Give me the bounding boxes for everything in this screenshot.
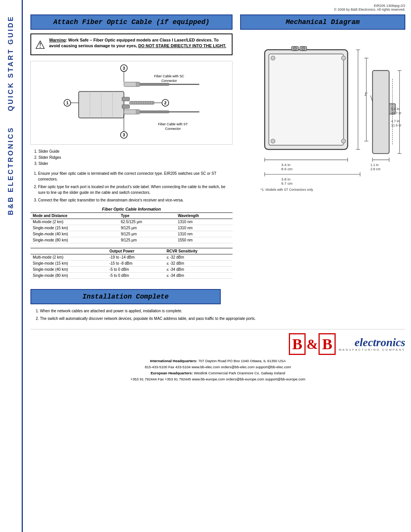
table-row: Multi-mode (2 km)-19 to -14 dBm≤ -32 dBm <box>30 254 233 260</box>
right-column: Mechanical Diagram <box>240 14 405 283</box>
section1-instructions: Ensure your fiber optic cable is termina… <box>30 171 233 203</box>
eu-hq-line: European Headquarters: Westlink Commerci… <box>30 370 405 376</box>
footer-contact: International Headquarters: 707 Dayton R… <box>30 358 405 383</box>
logo-electronics-text: electronics <box>339 337 405 348</box>
table-row: Multi-mode (2 km)62.5/125 µm1310 nm <box>30 219 233 225</box>
table-row: Single-mode (15 km)9/125 µm1310 nm <box>30 225 233 231</box>
svg-text:*1: Models with ST Connectors : *1: Models with ST Connectors only <box>260 188 313 192</box>
install-instructions: When the network cables are attached and… <box>30 308 405 321</box>
instruction-1: Ensure your fiber optic cable is termina… <box>38 171 233 182</box>
doc-id: EIR205 1308qsg-2/2 <box>374 4 405 8</box>
fiber-table1-title: Fiber Optic Cable Information <box>30 207 233 211</box>
fiber-table1: Fiber Optic Cable Information Mode and D… <box>30 207 233 243</box>
label-item-1: 1. Slider Guide <box>34 149 233 155</box>
section1-header: Attach Fiber Optic Cable (if equipped) <box>30 14 233 30</box>
svg-rect-45 <box>269 54 343 145</box>
intl-contact: 815-433-5100 Fax 433-5104 www.bb-elec.co… <box>30 364 405 370</box>
warning-title: Warning: Work Safe – Fiber Optic equippe… <box>49 38 226 48</box>
logo-manufacturing-text: MANUFACTURING COMPANY <box>339 348 405 351</box>
warning-box: ⚠ Warning: Work Safe – Fiber Optic equip… <box>30 34 233 55</box>
table-row: Single-mode (40 km)9/125 µm1310 nm <box>30 231 233 237</box>
svg-text:1: 1 <box>66 101 68 105</box>
install-instruction-1: When the network cables are attached and… <box>40 308 405 314</box>
footer-section: B & B electronics MANUFACTURING COMPANY … <box>30 329 405 383</box>
svg-point-53 <box>341 139 346 143</box>
warning-text: Warning: Work Safe – Fiber Optic equippe… <box>49 37 228 49</box>
logo-b2: B <box>319 333 336 355</box>
installation-section: Installation Complete When the network c… <box>30 289 405 321</box>
intl-hq: 707 Dayton Road PO Box 1040 Ottawa, IL 6… <box>198 359 286 363</box>
svg-text:11.9 cm: 11.9 cm <box>391 123 401 127</box>
svg-rect-35 <box>139 111 169 113</box>
label-item-2: 2. Slider Ridges <box>34 155 233 161</box>
instruction-2: Fiber optic type for each port is locate… <box>38 184 233 195</box>
fiber-table2-table: Output Power RCVR Sensitivity Multi-mode… <box>30 248 233 279</box>
fiber-diagram: 3 Fiber Cable with SC Connector <box>30 61 233 145</box>
col-header-type: Type <box>118 213 175 219</box>
fiber-table1-table: Mode and Distance Type Wavelength Multi-… <box>30 212 233 243</box>
section1-title: Attach Fiber Optic Cable (if equipped) <box>36 18 227 26</box>
svg-text:3: 3 <box>123 66 125 70</box>
svg-text:3: 3 <box>123 133 125 137</box>
table-row: Single-mode (80 km)9/125 µm1550 nm <box>30 237 233 243</box>
svg-text:Connector: Connector <box>165 127 181 131</box>
section2-header: Mechanical Diagram <box>240 14 405 30</box>
intl-hq-line: International Headquarters: 707 Dayton R… <box>30 358 405 364</box>
svg-point-48 <box>293 47 296 50</box>
svg-text:12.7 cm: 12.7 cm <box>391 111 401 115</box>
svg-point-52 <box>271 139 275 143</box>
left-column: Attach Fiber Optic Cable (if equipped) ⚠… <box>30 14 233 283</box>
sidebar: QUICK START GUIDE B&B ELECTRONICS <box>0 0 23 532</box>
col-header-blank <box>30 248 107 254</box>
sidebar-bottom-text: B&B ELECTRONICS <box>7 126 15 215</box>
sidebar-top-text: QUICK START GUIDE <box>7 15 15 111</box>
section3-title: Installation Complete <box>36 293 215 300</box>
labels-list: 1. Slider Guide 2. Slider Ridges 3. Slid… <box>34 149 233 167</box>
eu-contact: +353 91 792444 Fax +353 91 792445 www.bb… <box>30 376 405 382</box>
svg-rect-10 <box>138 82 140 87</box>
section2-title: Mechanical Diagram <box>245 18 400 26</box>
table-row: Single-mode (15 km)-15 to -8 dBm≤ -32 dB… <box>30 260 233 267</box>
eu-hq-label: European Headquarters: <box>151 371 193 375</box>
svg-text:1.1 in: 1.1 in <box>370 163 378 167</box>
col-header-mode: Mode and Distance <box>30 213 118 219</box>
svg-text:1': 1' <box>364 92 368 96</box>
two-col-top: Attach Fiber Optic Cable (if equipped) ⚠… <box>30 14 405 283</box>
col-header-output: Output Power <box>107 248 164 254</box>
top-info: EIR205 1308qsg-2/2 © 2008 by B&B Electro… <box>30 4 405 11</box>
fiber-table2: Output Power RCVR Sensitivity Multi-mode… <box>30 248 233 279</box>
svg-rect-71 <box>373 70 389 153</box>
section3-header: Installation Complete <box>30 289 221 304</box>
svg-rect-9 <box>136 82 137 87</box>
copyright: © 2008 by B&B Electronics. All rights re… <box>334 8 405 11</box>
mechanical-diagram: 3.4 in 8.6 cm 3.8 in 9.7 cm *1: Models w… <box>240 34 405 208</box>
mech-svg: 3.4 in 8.6 cm 3.8 in 9.7 cm *1: Models w… <box>244 37 401 203</box>
svg-rect-37 <box>136 110 137 114</box>
svg-point-49 <box>301 47 305 50</box>
svg-rect-6 <box>139 83 169 85</box>
instruction-3: Connect the fiber optic transmitter to t… <box>38 197 233 203</box>
table-row: Single-mode (80 km)-5 to 0 dBm≤ -34 dBm <box>30 273 233 279</box>
svg-text:Fiber Cable with ST: Fiber Cable with ST <box>158 122 188 126</box>
table-row: Single-mode (40 km)-5 to 0 dBm≤ -34 dBm <box>30 267 233 273</box>
svg-point-50 <box>271 56 275 60</box>
svg-text:9.7 cm: 9.7 cm <box>281 181 292 185</box>
col-header-rcvr: RCVR Sensitivity <box>164 248 233 254</box>
warning-icon: ⚠ <box>35 38 45 51</box>
svg-text:3.8 in: 3.8 in <box>281 177 290 181</box>
svg-point-51 <box>341 56 346 60</box>
svg-rect-13 <box>122 105 130 109</box>
svg-rect-38 <box>138 110 140 114</box>
main-content: EIR205 1308qsg-2/2 © 2008 by B&B Electro… <box>25 0 411 388</box>
eu-hq: Westlink Commercial Park Oranmore Co. Ga… <box>194 371 285 375</box>
svg-text:3.4 in: 3.4 in <box>281 163 290 167</box>
install-instruction-2: The switch will automatically discover n… <box>40 316 405 321</box>
fiber-svg: 3 Fiber Cable with SC Connector <box>31 61 232 144</box>
svg-text:2: 2 <box>164 101 167 105</box>
svg-text:2.8 cm: 2.8 cm <box>370 167 380 171</box>
col-header-wavelength: Wavelength <box>175 213 233 219</box>
logo-b1: B <box>289 333 306 355</box>
intl-hq-label: International Headquarters: <box>150 359 197 363</box>
label-item-3: 3. Slider <box>34 161 233 167</box>
warning-emphasis: DO NOT STARE DIRECTLY INTO THE LIGHT. <box>138 43 226 48</box>
